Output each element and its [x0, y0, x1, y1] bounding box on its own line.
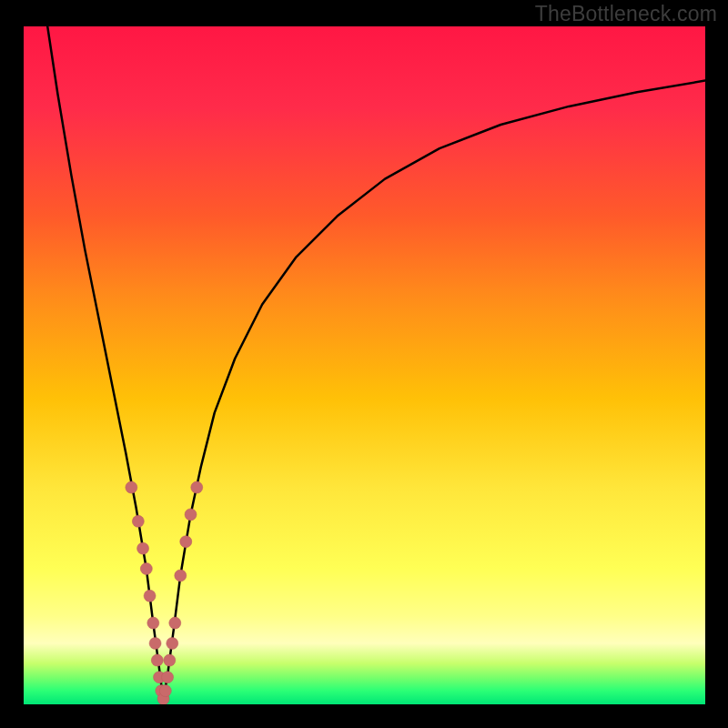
watermark-text: TheBottleneck.com [535, 2, 717, 26]
highlight-dot [167, 637, 178, 649]
highlight-dot [175, 570, 187, 581]
highlight-dot [137, 542, 149, 554]
highlight-dot [169, 617, 181, 629]
highlight-dot [185, 509, 197, 521]
highlight-dot [159, 685, 171, 697]
highlight-dot [147, 617, 159, 629]
highlight-dot [151, 654, 163, 666]
highlight-dot [126, 481, 137, 493]
highlight-dot [180, 536, 192, 548]
chart-plot-area [24, 26, 705, 704]
chart-svg [24, 26, 705, 704]
highlight-dot [140, 563, 152, 575]
highlight-dot [164, 654, 176, 666]
highlight-dot [191, 481, 203, 493]
highlight-dot [149, 637, 161, 649]
highlight-dot [144, 590, 156, 602]
highlight-dot [132, 515, 144, 527]
chart-frame: TheBottleneck.com [0, 0, 728, 728]
highlight-dot [162, 672, 174, 683]
